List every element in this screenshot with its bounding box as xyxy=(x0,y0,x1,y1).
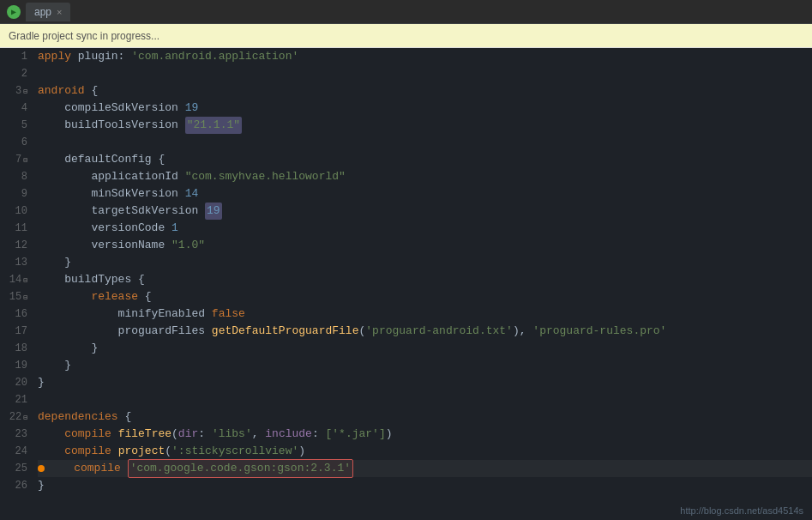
code-token: project xyxy=(118,443,165,460)
code-token: 19 xyxy=(205,203,222,220)
code-token: proguardFiles xyxy=(38,323,212,340)
line-number: 10 xyxy=(0,203,27,220)
code-token: 'com.android.application' xyxy=(131,48,298,65)
code-token: 'proguard-rules.pro' xyxy=(532,323,666,340)
code-token: } xyxy=(38,254,71,271)
code-token: include xyxy=(265,426,312,443)
line-number: 1 xyxy=(0,48,27,65)
line-number: 12 xyxy=(0,237,27,254)
fold-open-icon[interactable]: ⊟ xyxy=(23,414,27,421)
code-token: { xyxy=(118,408,132,426)
code-token: 'proguard-android.txt' xyxy=(365,323,513,340)
code-token: ) xyxy=(298,443,305,460)
code-line: buildTypes { xyxy=(38,271,812,288)
code-token: compile xyxy=(47,460,128,477)
code-token: getDefaultProguardFile xyxy=(212,323,359,340)
fold-open-icon[interactable]: ⊟ xyxy=(23,156,27,164)
line-number: 22⊟ xyxy=(0,408,27,426)
code-token: ( xyxy=(171,426,178,443)
code-line: applicationId "com.smyhvae.helloworld" xyxy=(38,168,812,185)
line-number: 15⊟ xyxy=(0,288,27,305)
code-token: compileSdkVersion xyxy=(38,100,185,117)
code-token: ( xyxy=(358,323,365,340)
line-number: 16 xyxy=(0,305,27,323)
code-token: applicationId xyxy=(38,168,185,185)
code-token: android xyxy=(38,82,85,100)
line-number: 14⊟ xyxy=(0,271,27,288)
line-number: 25 xyxy=(0,460,27,477)
code-token: defaultConfig xyxy=(38,151,152,168)
line-number: 26 xyxy=(0,477,27,494)
error-highlight-box: 'com.google.code.gson:gson:2.3.1' xyxy=(128,459,353,478)
gradle-sync-message: Gradle project sync in progress... xyxy=(9,30,159,42)
error-dot-icon xyxy=(38,465,45,472)
code-line: compileSdkVersion 19 xyxy=(38,100,812,117)
code-token: : xyxy=(312,426,326,443)
code-line: compile project(':stickyscrollview') xyxy=(38,443,812,460)
code-line: apply plugin: 'com.android.application' xyxy=(38,48,812,65)
code-line: release { xyxy=(38,288,812,305)
code-token: dir xyxy=(178,426,198,443)
code-line: } xyxy=(38,254,812,271)
code-token: false xyxy=(212,305,245,323)
code-line: minifyEnabled false xyxy=(38,305,812,323)
code-token: ( xyxy=(165,443,171,460)
code-token: 'com.google.code.gson:gson:2.3.1' xyxy=(130,462,351,475)
code-token: } xyxy=(38,340,98,357)
code-token: } xyxy=(38,477,45,494)
code-line: defaultConfig { xyxy=(38,151,812,168)
code-line: minSdkVersion 14 xyxy=(38,185,812,203)
code-line: compile 'com.google.code.gson:gson:2.3.1… xyxy=(38,460,812,477)
code-token: minSdkVersion xyxy=(38,185,185,203)
code-token: ) xyxy=(386,426,393,443)
code-line: proguardFiles getDefaultProguardFile('pr… xyxy=(38,323,812,340)
code-line: versionName "1.0" xyxy=(38,237,812,254)
code-token: targetSdkVersion xyxy=(38,203,205,220)
editor-tab[interactable]: app × xyxy=(26,3,70,21)
line-number: 4 xyxy=(0,100,27,117)
code-area[interactable]: apply plugin: 'com.android.application' … xyxy=(34,48,812,520)
fold-open-icon[interactable]: ⊟ xyxy=(23,276,27,284)
line-number: 3⊟ xyxy=(0,82,27,100)
code-token: versionCode xyxy=(38,220,171,237)
code-token: buildTypes xyxy=(38,271,131,288)
code-token: { xyxy=(131,271,145,288)
code-line: } xyxy=(38,340,812,357)
watermark: http://blog.csdn.net/asd4514s xyxy=(680,505,803,516)
tab-label: app xyxy=(34,6,51,18)
code-token: ) xyxy=(513,323,520,340)
code-token: ['*.jar'] xyxy=(326,426,386,443)
code-line: buildToolsVersion "21.1.1" xyxy=(38,117,812,134)
line-numbers-gutter: 123⊟4567⊟891011121314⊟15⊟16171819202122⊟… xyxy=(0,48,34,520)
code-token: , xyxy=(520,323,533,340)
line-number: 6 xyxy=(0,134,27,151)
code-line: android { xyxy=(38,82,812,100)
code-token: 'libs' xyxy=(212,426,252,443)
code-token: "21.1.1" xyxy=(185,117,242,134)
code-token: compile xyxy=(38,426,118,443)
code-line xyxy=(38,134,812,151)
line-number: 23 xyxy=(0,426,27,443)
code-line: compile fileTree(dir: 'libs', include: [… xyxy=(38,426,812,443)
code-token: 1 xyxy=(171,220,178,237)
line-number: 21 xyxy=(0,391,27,408)
fold-open-icon[interactable]: ⊟ xyxy=(23,88,27,95)
code-token: buildToolsVersion xyxy=(38,117,185,134)
close-tab-button[interactable]: × xyxy=(57,7,62,17)
line-number: 17 xyxy=(0,323,27,340)
line-number: 11 xyxy=(0,220,27,237)
code-editor: 123⊟4567⊟891011121314⊟15⊟16171819202122⊟… xyxy=(0,48,812,520)
code-line: versionCode 1 xyxy=(38,220,812,237)
line-number: 7⊟ xyxy=(0,151,27,168)
code-token: "1.0" xyxy=(171,237,205,254)
code-token: dependencies xyxy=(38,408,118,426)
line-number: 8 xyxy=(0,168,27,185)
line-number: 20 xyxy=(0,374,27,391)
code-token: 14 xyxy=(185,185,199,203)
code-line: } xyxy=(38,374,812,391)
code-token: } xyxy=(38,374,45,391)
fold-open-icon[interactable]: ⊟ xyxy=(23,293,27,301)
code-token: minifyEnabled xyxy=(38,305,212,323)
code-token: compile xyxy=(38,443,118,460)
line-number: 18 xyxy=(0,340,27,357)
